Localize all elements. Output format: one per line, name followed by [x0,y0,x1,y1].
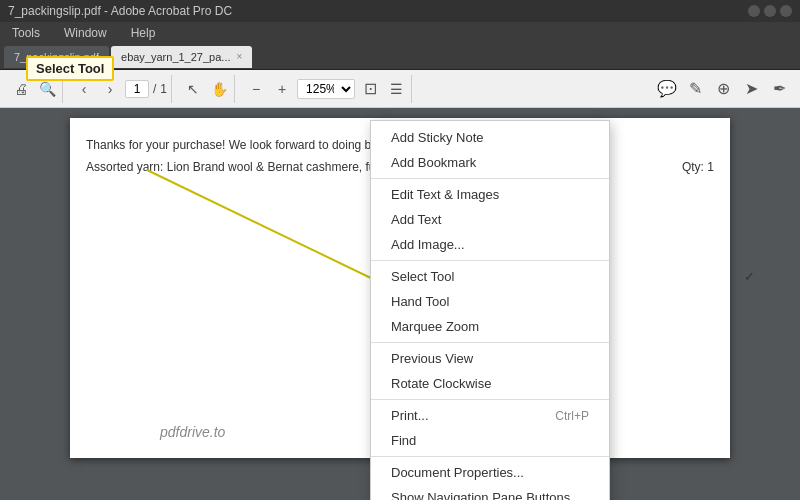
ctx-rotate-clockwise[interactable]: Rotate Clockwise [371,371,609,396]
toolbar: 🖨 🔍 ‹ › / 1 ↖ ✋ − + 125% 100% 75% 150% ⊡… [0,70,800,108]
tab-label-ebayyarn: ebay_yarn_1_27_pa... [121,51,230,63]
stamp-button[interactable]: ⊕ [712,78,734,100]
toolbar-group-right: 💬 ✎ ⊕ ➤ ✒ [652,75,794,103]
ctx-print-shortcut: Ctrl+P [555,409,589,423]
window-controls [748,5,792,17]
ctx-add-text[interactable]: Add Text [371,207,609,232]
pen-button[interactable]: ✎ [684,78,706,100]
ctx-hand-tool[interactable]: Hand Tool [371,289,609,314]
comment-button[interactable]: 💬 [656,78,678,100]
toolbar-group-zoom: − + 125% 100% 75% 150% ⊡ ☰ [241,75,412,103]
context-menu: Add Sticky Note Add Bookmark Edit Text &… [370,120,610,500]
title-bar: 7_packingslip.pdf - Adobe Acrobat Pro DC [0,0,800,22]
tab-close-icon[interactable]: × [237,51,243,62]
ctx-previous-view[interactable]: Previous View [371,346,609,371]
ctx-sep-4 [371,399,609,400]
select-tool-tooltip: Select Tool [26,56,114,81]
title-bar-text: 7_packingslip.pdf - Adobe Acrobat Pro DC [8,4,232,18]
page-total: 1 [160,82,167,96]
menu-bar: Tools Window Help [0,22,800,44]
fit-page-button[interactable]: ⊡ [359,78,381,100]
tab-ebayyarn[interactable]: ebay_yarn_1_27_pa... × [111,46,252,68]
pdf-qty: Qty: 1 [682,160,714,174]
page-number-input[interactable] [125,80,149,98]
zoom-out-button[interactable]: − [245,78,267,100]
watermark-text: pdfdrive.to [160,424,225,440]
ctx-edit-text-images[interactable]: Edit Text & Images [371,182,609,207]
minimize-btn[interactable] [748,5,760,17]
paginate-button[interactable]: ☰ [385,78,407,100]
maximize-btn[interactable] [764,5,776,17]
menu-window[interactable]: Window [60,24,111,42]
ctx-add-image[interactable]: Add Image... [371,232,609,257]
share-button[interactable]: ➤ [740,78,762,100]
close-btn[interactable] [780,5,792,17]
tab-bar: 7_packingslip.pdf ebay_yarn_1_27_pa... × [0,44,800,70]
ctx-sep-1 [371,178,609,179]
cursor-tool-button[interactable]: ↖ [182,78,204,100]
zoom-select[interactable]: 125% 100% 75% 150% [297,79,355,99]
ctx-sep-5 [371,456,609,457]
ctx-marquee-zoom[interactable]: Marquee Zoom [371,314,609,339]
zoom-in-button[interactable]: + [271,78,293,100]
ctx-find[interactable]: Find [371,428,609,453]
tooltip-label: Select Tool [36,61,104,76]
ctx-sep-2 [371,260,609,261]
ctx-add-sticky-note[interactable]: Add Sticky Note [371,125,609,150]
menu-tools[interactable]: Tools [8,24,44,42]
ctx-add-bookmark[interactable]: Add Bookmark [371,150,609,175]
qty-value: 1 [707,160,714,174]
ctx-sep-3 [371,342,609,343]
watermark: pdfdrive.to [160,424,225,440]
ctx-print[interactable]: Print... Ctrl+P [371,403,609,428]
toolbar-group-tools: ↖ ✋ [178,75,235,103]
ctx-document-properties[interactable]: Document Properties... [371,460,609,485]
ctx-show-nav-pane[interactable]: Show Navigation Pane Buttons [371,485,609,500]
hand-tool-button[interactable]: ✋ [208,78,230,100]
page-sep: / [153,82,156,96]
page-navigation: / 1 [125,80,167,98]
menu-help[interactable]: Help [127,24,160,42]
qty-label: Qty: [682,160,704,174]
ctx-select-tool[interactable]: Select Tool [371,264,609,289]
sign-button[interactable]: ✒ [768,78,790,100]
